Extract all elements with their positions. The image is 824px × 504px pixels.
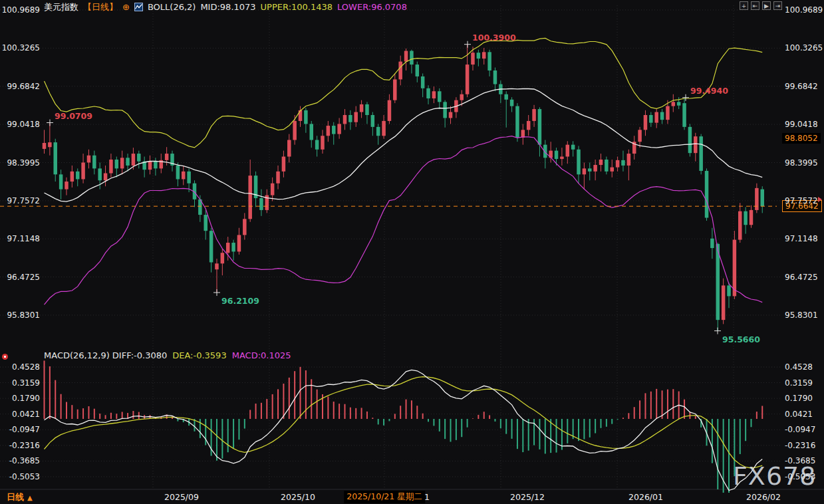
crosshair-date-label: 2025/10/21 星期二 [344,491,425,503]
price-axis-left-label: 97.7572 [1,196,40,205]
jump-latest-icon[interactable]: ⇥ [773,1,782,10]
macd-hist-label: MACD:0.1025 [232,350,291,360]
price-axis-left-label: 95.8301 [1,311,40,320]
chart-type-icon[interactable] [134,3,143,11]
price-axis-left-label: 96.4725 [1,273,40,282]
scale-left-icon[interactable]: ⇤ [751,1,759,10]
macd-axis-left-label: 0.1790 [1,394,40,403]
price-axis-left-label: 100.9689 [1,5,40,15]
macd-axis-left-label: -0.5053 [1,472,40,481]
macd-axis-left-label: 0.3159 [1,378,40,388]
crosshair-icon[interactable]: + [740,1,748,10]
macd-axis-left-label: -0.2316 [1,441,40,450]
boll-label: BOLL(26,2) [148,2,196,12]
price-axis-left-label: 97.1148 [1,234,40,243]
macd-dea-label: DEA:-0.3593 [172,350,226,360]
macd-axis-right-label: 0.0421 [785,410,813,419]
macd-axis-right-label: 0.3159 [785,378,813,388]
price-axis-left-label: 99.0418 [1,120,40,129]
timeframe-label: 日线 [7,491,24,503]
price-axis-left-label: 100.3265 [1,43,40,53]
price-extreme-annotation: 99.4940 [690,85,728,95]
time-axis-month-label[interactable]: 2025/12 [510,492,545,502]
macd-header: MACD(26,12,9) DIFF:-0.3080 DEA:-0.3593 M… [44,350,291,360]
macd-axis-right-label: -0.2316 [785,441,815,450]
time-axis-month-label[interactable]: 2026/01 [628,492,663,502]
price-axis-right-label: 100.3265 [785,43,823,53]
macd-diff-label: MACD(26,12,9) DIFF:-0.3080 [44,350,167,360]
boll-upper-value: UPPER:100.1438 [261,2,333,12]
symbol-name: 美元指数 [44,1,78,13]
last-price-arrow-icon [818,197,822,202]
partial-month-label: 1 [424,492,430,502]
macd-axis-left-label: -0.3685 [1,456,40,465]
price-axis-right-label: 99.0418 [785,120,818,129]
time-axis-month-label[interactable]: 2025/09 [164,492,199,502]
price-extreme-annotation: 95.5660 [722,334,760,344]
macd-axis-right-label: -0.5053 [785,472,815,481]
candlestick-chart-canvas[interactable] [0,0,824,504]
chart-header: 美元指数 【日线】 ⊕ BOLL(26,2) MID:98.1073 UPPER… [44,1,407,13]
macd-axis-left-label: 0.0421 [1,410,40,419]
boll-lower-value: LOWER:96.0708 [337,2,407,12]
macd-axis-left-label: -0.0947 [1,425,40,434]
add-indicator-icon[interactable]: ⊕ [122,3,130,11]
time-axis-month-label[interactable]: 2025/10 [281,492,315,502]
boll-mid-value: MID:98.1073 [200,2,255,12]
price-axis-right-label: 95.8301 [785,311,818,320]
macd-axis-right-label: -0.0947 [785,425,815,434]
timeframe-selector[interactable]: 日线 ▲ [7,491,33,503]
price-extreme-annotation: 99.0709 [55,110,92,120]
price-axis-right-label: 99.6842 [785,82,818,91]
price-axis-left-label: 98.3995 [1,158,40,168]
price-extreme-annotation: 96.2109 [221,295,259,305]
timeframe-arrow-icon: ▲ [27,494,33,501]
price-axis-right-label: 97.1148 [785,234,818,243]
crosshair-price-label: 98.8052 [782,133,821,144]
price-axis-right-label: 98.3995 [785,158,818,168]
price-axis-right-label: 96.4725 [785,273,818,282]
period-tag[interactable]: 【日线】 [83,1,118,13]
price-axis-right-label: 97.7572 [785,196,818,205]
macd-axis-right-label: 0.4528 [785,362,813,372]
chart-toolbar: + ⇤ ▶ ⇥ [740,1,782,10]
scale-right-icon[interactable]: ▶ [762,1,771,10]
price-axis-right-label: 100.9689 [785,5,823,15]
price-axis-left-label: 99.6842 [1,82,40,91]
macd-indicator-dot-icon[interactable] [2,354,8,360]
price-extreme-annotation: 100.3900 [472,32,516,42]
macd-axis-right-label: 0.1790 [785,394,813,403]
macd-axis-left-label: 0.4528 [1,362,40,372]
time-axis-month-label[interactable]: 2026/02 [746,492,781,502]
macd-axis-right-label: -0.3685 [785,456,815,465]
